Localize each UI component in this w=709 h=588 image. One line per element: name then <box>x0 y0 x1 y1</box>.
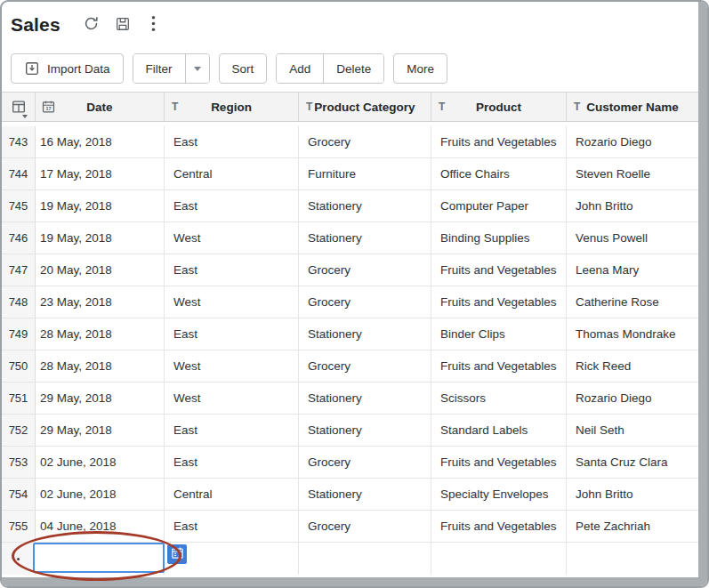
cell-region[interactable]: East <box>165 447 299 478</box>
cell-customer-name[interactable]: Santa Cruz Clara <box>567 447 698 478</box>
cell-product[interactable]: Office Chairs <box>431 158 567 189</box>
row-number: 755 <box>2 511 36 542</box>
cell-date[interactable]: 19 May, 2018 <box>36 190 165 222</box>
table-row: 748 23 May, 2018 West Grocery Fruits and… <box>2 286 698 318</box>
cell-product-category[interactable]: Stationery <box>299 222 431 254</box>
cell-region[interactable]: East <box>165 415 299 446</box>
cell-product-category[interactable]: Stationery <box>299 383 431 414</box>
cell-date[interactable]: 23 May, 2018 <box>36 286 165 318</box>
cell-product-category[interactable]: Grocery <box>299 350 431 382</box>
cell-date[interactable]: 17 May, 2018 <box>36 158 165 189</box>
cell-date[interactable]: 28 May, 2018 <box>36 318 165 350</box>
cell-product[interactable]: Fruits and Vegetables <box>431 126 567 157</box>
new-row-date-input[interactable] <box>33 543 165 573</box>
cell-region[interactable]: East <box>165 318 299 350</box>
cell-date[interactable]: 02 June, 2018 <box>36 479 165 510</box>
cell-product[interactable]: Scissors <box>431 383 567 414</box>
cell-customer-name[interactable]: Thomas Mondrake <box>567 318 698 350</box>
cell-product[interactable]: Fruits and Vegetables <box>431 447 567 478</box>
cell-region[interactable]: Central <box>165 158 299 189</box>
vertical-scrollbar[interactable] <box>698 2 707 586</box>
new-row-cell-category[interactable] <box>299 543 431 575</box>
caret-down-icon <box>194 67 201 71</box>
filter-dropdown-button[interactable] <box>185 54 209 83</box>
cell-product-category[interactable]: Grocery <box>299 511 431 542</box>
cell-product[interactable]: Fruits and Vegetables <box>431 511 567 542</box>
cell-product-category[interactable]: Stationery <box>299 190 431 222</box>
add-button[interactable]: Add <box>277 54 323 83</box>
cell-product[interactable]: Standard Labels <box>431 415 567 446</box>
cell-region[interactable]: Central <box>165 479 299 510</box>
cell-product-category[interactable]: Grocery <box>299 447 431 478</box>
column-picker-header[interactable] <box>2 93 36 121</box>
cell-date[interactable]: 28 May, 2018 <box>36 350 165 382</box>
column-header-customer-name[interactable]: T Customer Name <box>567 93 698 121</box>
cell-date[interactable]: 04 June, 2018 <box>36 511 165 542</box>
cell-date[interactable]: 02 June, 2018 <box>36 447 165 478</box>
more-menu-button[interactable] <box>144 15 164 35</box>
cell-product-category[interactable]: Grocery <box>299 254 431 286</box>
cell-date[interactable]: 29 May, 2018 <box>36 415 165 446</box>
cell-customer-name[interactable]: John Britto <box>567 479 698 510</box>
cell-product[interactable]: Binder Clips <box>431 318 567 350</box>
cell-product[interactable]: Binding Supplies <box>431 222 567 254</box>
cell-product[interactable]: Fruits and Vegetables <box>431 286 567 318</box>
cell-customer-name[interactable]: Steven Roelle <box>567 158 698 189</box>
cell-product-category[interactable]: Stationery <box>299 415 431 446</box>
cell-product-category[interactable]: Stationery <box>299 479 431 510</box>
column-header-label: Customer Name <box>586 101 679 114</box>
cell-product-category[interactable]: Stationery <box>299 318 431 350</box>
cell-region[interactable]: East <box>165 126 299 157</box>
cell-customer-name[interactable]: Neil Seth <box>567 415 698 446</box>
app-window: Sales Import Data <box>0 0 709 588</box>
new-row-cell-customer[interactable] <box>567 543 698 575</box>
cell-date[interactable]: 19 May, 2018 <box>36 222 165 254</box>
cell-customer-name[interactable]: Pete Zachriah <box>567 511 698 542</box>
cell-product[interactable]: Fruits and Vegetables <box>431 254 567 286</box>
filter-split-button: Filter <box>133 53 210 84</box>
delete-button[interactable]: Delete <box>323 54 383 83</box>
cell-product-category[interactable]: Furniture <box>299 158 431 189</box>
table-row: 751 29 May, 2018 West Stationery Scissor… <box>2 383 698 415</box>
cell-product[interactable]: Specialty Envelopes <box>431 479 567 510</box>
cell-customer-name[interactable]: Rick Reed <box>567 350 698 382</box>
date-picker-button[interactable] <box>167 544 187 564</box>
cell-date[interactable]: 20 May, 2018 <box>36 254 165 286</box>
cell-region[interactable]: West <box>165 222 299 254</box>
cell-customer-name[interactable]: Catherine Rose <box>567 286 698 318</box>
cell-customer-name[interactable]: John Britto <box>567 190 698 222</box>
save-button[interactable] <box>113 15 133 35</box>
cell-region[interactable]: West <box>165 383 299 414</box>
cell-customer-name[interactable]: Rozario Diego <box>567 383 698 414</box>
horizontal-scrollbar[interactable] <box>2 577 698 586</box>
cell-customer-name[interactable]: Leena Mary <box>567 254 698 286</box>
column-header-label: Date <box>86 101 112 114</box>
cell-product[interactable]: Computer Paper <box>431 190 567 222</box>
column-header-region[interactable]: T Region <box>165 93 299 121</box>
cell-region[interactable]: East <box>165 511 299 542</box>
cell-customer-name[interactable]: Venus Powell <box>567 222 698 254</box>
cell-product[interactable]: Fruits and Vegetables <box>431 350 567 382</box>
calendar-icon: 17 <box>41 100 56 115</box>
filter-button[interactable]: Filter <box>133 54 185 83</box>
refresh-button[interactable] <box>82 15 101 35</box>
refresh-icon <box>83 15 100 35</box>
column-header-date[interactable]: 17 Date <box>36 93 165 121</box>
cell-product-category[interactable]: Grocery <box>299 126 431 157</box>
cell-region[interactable]: West <box>165 286 299 318</box>
cell-customer-name[interactable]: Rozario Diego <box>567 126 698 157</box>
cell-date[interactable]: 16 May, 2018 <box>36 126 165 157</box>
sort-button[interactable]: Sort <box>219 53 268 84</box>
more-button[interactable]: More <box>393 53 447 84</box>
text-type-icon: T <box>574 101 580 113</box>
column-header-product[interactable]: T Product <box>431 93 567 121</box>
table-row: 749 28 May, 2018 East Stationery Binder … <box>2 318 698 350</box>
new-row-cell-product[interactable] <box>431 543 567 575</box>
cell-date[interactable]: 29 May, 2018 <box>36 383 165 414</box>
cell-region[interactable]: East <box>165 254 299 286</box>
column-header-product-category[interactable]: T Product Category <box>299 93 431 121</box>
import-data-button[interactable]: Import Data <box>11 53 124 84</box>
cell-product-category[interactable]: Grocery <box>299 286 431 318</box>
cell-region[interactable]: West <box>165 350 299 382</box>
cell-region[interactable]: East <box>165 190 299 222</box>
